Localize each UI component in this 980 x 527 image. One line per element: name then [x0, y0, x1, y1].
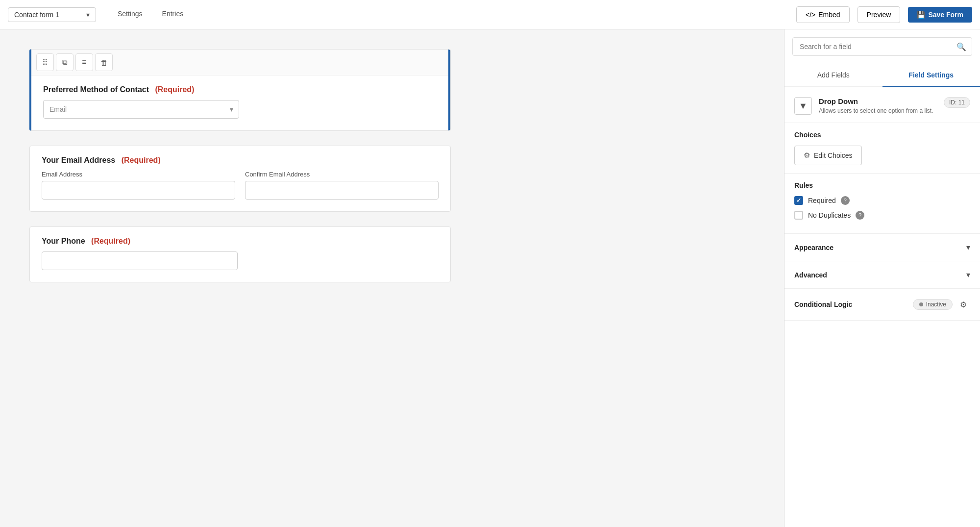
phone-input[interactable] [42, 251, 238, 270]
field-email: Your Email Address (Required) Email Addr… [29, 146, 451, 212]
save-icon: 💾 [917, 11, 925, 19]
gear-icon: ⚙ [804, 151, 810, 160]
tab-add-fields[interactable]: Add Fields [784, 64, 882, 87]
search-wrapper: 🔍 [792, 37, 972, 56]
edit-choices-button[interactable]: ⚙ Edit Choices [794, 146, 862, 165]
conditional-gear-button[interactable]: ⚙ [956, 298, 970, 311]
save-button[interactable]: 💾 Save Form [908, 7, 972, 23]
field-info-block: ▼ Drop Down Allows users to select one o… [784, 87, 980, 123]
search-input[interactable] [792, 37, 972, 56]
embed-button[interactable]: </> Embed [796, 6, 850, 23]
field-label: Preferred Method of Contact (Required) [43, 85, 439, 94]
dropdown-wrapper: Email Phone ▾ [43, 100, 239, 119]
no-duplicates-help-icon[interactable]: ? [856, 211, 864, 220]
nav-settings[interactable]: Settings [108, 5, 152, 24]
field-type-icon: ▼ [794, 97, 812, 115]
rules-section: Rules Required ? No Duplicates ? [784, 174, 980, 234]
dropdown-icon: ▼ [799, 101, 808, 111]
advanced-title: Advanced [794, 271, 827, 279]
choices-title: Choices [794, 131, 970, 139]
delete-icon: 🗑 [100, 58, 108, 67]
email-row: Email Address Confirm Email Address [42, 171, 439, 200]
field-content: Preferred Method of Contact (Required) E… [31, 75, 450, 130]
delete-button[interactable]: 🗑 [95, 53, 113, 71]
required-label: Required [808, 197, 836, 204]
chevron-down-icon: ▾ [86, 11, 90, 19]
inactive-dot [919, 302, 923, 306]
no-duplicates-rule-row: No Duplicates ? [794, 211, 970, 220]
embed-icon: </> [806, 11, 815, 19]
confirm-email-input[interactable] [245, 181, 439, 200]
appearance-section[interactable]: Appearance ▾ [784, 234, 980, 261]
selected-accent [448, 50, 450, 130]
confirm-email-sublabel: Confirm Email Address [245, 171, 439, 178]
search-icon: 🔍 [956, 42, 966, 51]
field-content: Your Phone (Required) [30, 227, 450, 282]
header-nav: Settings Entries [108, 5, 193, 24]
gear-icon: ⚙ [960, 300, 967, 309]
choices-section: Choices ⚙ Edit Choices [784, 123, 980, 174]
advanced-section[interactable]: Advanced ▾ [784, 261, 980, 289]
email-input[interactable] [42, 181, 235, 200]
app-body: ⠿ ⧉ ≡ 🗑 Preferred Method of Contact (Req… [0, 29, 980, 527]
settings-icon: ≡ [82, 58, 86, 67]
chevron-down-icon: ▾ [966, 243, 970, 252]
sidebar-search-section: 🔍 [784, 29, 980, 64]
rules-title: Rules [794, 181, 970, 189]
sidebar-tabs: Add Fields Field Settings [784, 64, 980, 87]
required-help-icon[interactable]: ? [841, 196, 850, 205]
drag-icon: ⠿ [42, 58, 48, 67]
email-sublabel: Email Address [42, 171, 235, 178]
appearance-title: Appearance [794, 244, 833, 251]
field-type-desc: Allows users to select one option from a… [819, 107, 937, 114]
conditional-logic-title: Conditional Logic [794, 301, 852, 308]
nav-entries[interactable]: Entries [152, 5, 194, 24]
inactive-badge[interactable]: Inactive [913, 299, 953, 310]
field-label: Your Email Address (Required) [42, 156, 439, 165]
field-info-text: Drop Down Allows users to select one opt… [819, 97, 937, 114]
field-label: Your Phone (Required) [42, 237, 439, 246]
email-address-col: Email Address [42, 171, 235, 200]
field-type-name: Drop Down [819, 97, 937, 105]
tab-field-settings[interactable]: Field Settings [882, 64, 980, 87]
field-id-badge: ID: 11 [944, 97, 970, 108]
duplicate-icon: ⧉ [62, 58, 68, 67]
no-duplicates-checkbox[interactable] [794, 211, 803, 220]
no-duplicates-label: No Duplicates [808, 211, 851, 219]
field-content: Your Email Address (Required) Email Addr… [30, 146, 450, 211]
required-indicator: (Required) [155, 85, 194, 94]
required-indicator: (Required) [122, 156, 161, 164]
dropdown-select[interactable]: Email Phone [43, 100, 239, 119]
field-settings-button[interactable]: ≡ [75, 53, 93, 71]
required-indicator: (Required) [91, 237, 130, 245]
conditional-right: Inactive ⚙ [913, 298, 970, 311]
confirm-email-col: Confirm Email Address [245, 171, 439, 200]
inactive-label: Inactive [926, 301, 946, 308]
required-rule-row: Required ? [794, 196, 970, 205]
duplicate-button[interactable]: ⧉ [56, 53, 74, 71]
chevron-down-icon: ▾ [966, 270, 970, 279]
drag-handle-button[interactable]: ⠿ [36, 53, 54, 71]
app-header: Contact form 1 ▾ Settings Entries </> Em… [0, 0, 980, 29]
right-sidebar: 🔍 Add Fields Field Settings ▼ Drop Down … [784, 29, 980, 527]
form-selector[interactable]: Contact form 1 ▾ [8, 7, 96, 22]
field-dropdown: ⠿ ⧉ ≡ 🗑 Preferred Method of Contact (Req… [29, 49, 451, 131]
form-title: Contact form 1 [14, 11, 59, 19]
preview-button[interactable]: Preview [858, 6, 901, 23]
field-phone: Your Phone (Required) [29, 226, 451, 282]
conditional-logic-section: Conditional Logic Inactive ⚙ [784, 289, 980, 321]
field-toolbar: ⠿ ⧉ ≡ 🗑 [31, 50, 450, 75]
form-canvas: ⠿ ⧉ ≡ 🗑 Preferred Method of Contact (Req… [0, 29, 784, 527]
required-checkbox[interactable] [794, 196, 803, 205]
